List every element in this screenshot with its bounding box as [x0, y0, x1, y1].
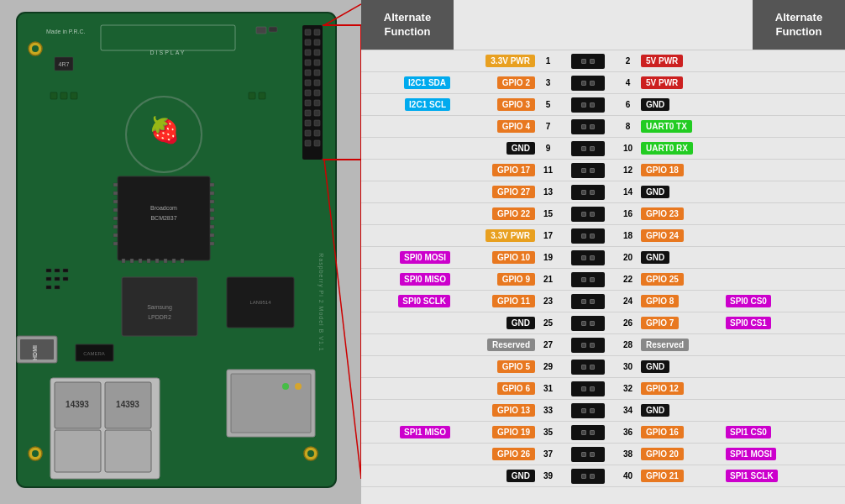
left-pin-number: 17: [538, 231, 559, 240]
svg-text:CAMERA: CAMERA: [83, 351, 105, 356]
left-pin-name-badge: GND: [506, 470, 535, 482]
svg-rect-62: [210, 192, 214, 195]
pin-connector-dot: [590, 474, 595, 479]
svg-rect-47: [113, 200, 118, 203]
left-alt-func-header: AlternateFunction: [361, 0, 454, 50]
right-pin-name-cell: UART0 RX: [638, 142, 722, 155]
pin-connector-dot: [581, 124, 586, 129]
svg-text:14393: 14393: [116, 400, 139, 409]
right-pin-name-badge: GPIO 12: [641, 382, 684, 395]
left-pin-number: 1: [538, 56, 559, 66]
right-pin-number: 4: [617, 78, 638, 87]
pin-row: GND3940GPIO 21SPI1 SCLK: [361, 465, 845, 487]
svg-rect-29: [314, 80, 320, 86]
svg-rect-45: [113, 183, 118, 186]
svg-rect-65: [210, 217, 214, 220]
svg-rect-60: [181, 259, 184, 263]
pin-connector-dot: [581, 277, 586, 282]
svg-rect-88: [55, 430, 101, 472]
right-pin-name-badge: GPIO 7: [641, 317, 679, 329]
right-pin-name-cell: 5V PWR: [638, 55, 722, 67]
pin-connector-dot: [590, 102, 595, 108]
left-pin-number: 11: [538, 165, 559, 175]
svg-text:🍓: 🍓: [149, 115, 181, 145]
pin-connector-dot: [590, 190, 595, 195]
pin-connector-dot: [581, 386, 586, 391]
left-alt-func-badge: SPI0 MOSI: [400, 251, 450, 264]
right-pin-number: 30: [617, 362, 638, 371]
connector-cell: [559, 469, 617, 484]
left-pin-name-badge: GPIO 13: [492, 404, 535, 417]
left-pin-number: 25: [538, 318, 559, 328]
svg-rect-83: [259, 92, 265, 99]
left-pin-name-badge: GPIO 11: [492, 295, 535, 307]
svg-rect-32: [314, 110, 320, 116]
pin-header-row: AlternateFunction AlternateFunction: [361, 0, 845, 50]
pin-row: 3.3V PWR1718GPIO 24: [361, 225, 845, 247]
pin-connector-dot: [581, 408, 586, 413]
right-alt-func-cell: SPI0 CS0: [722, 295, 815, 307]
connector-cell: [559, 316, 617, 331]
svg-text:14393: 14393: [66, 400, 89, 409]
left-pin-name-cell: GPIO 11: [454, 295, 538, 307]
pin-connector-dot: [581, 146, 586, 151]
right-pin-name-badge: GPIO 25: [641, 273, 684, 286]
left-pin-name-badge: GPIO 2: [497, 76, 535, 89]
left-pin-number: 31: [538, 384, 559, 393]
right-alt-func-cell: SPI1 SCLK: [722, 470, 815, 482]
right-pin-number: 28: [617, 340, 638, 349]
pin-row: 3.3V PWR125V PWR: [361, 50, 845, 72]
right-pin-number: 22: [617, 275, 638, 284]
svg-rect-16: [305, 70, 311, 76]
svg-rect-94: [231, 374, 311, 433]
connector-cell: [559, 54, 617, 69]
pin-connector-dot: [581, 365, 586, 370]
svg-rect-27: [314, 60, 320, 66]
left-alt-func-badge: I2C1 SCL: [405, 98, 450, 111]
pin-connector-dot: [590, 212, 595, 217]
right-pin-name-cell: GND: [638, 98, 722, 111]
pin-connector-dot: [581, 255, 586, 260]
svg-rect-14: [305, 50, 311, 55]
pin-connector-dot: [581, 343, 586, 348]
svg-rect-55: [139, 259, 142, 263]
connector-cell: [559, 294, 617, 309]
connector-cell: [559, 185, 617, 200]
right-pin-name-cell: GPIO 8: [638, 295, 722, 307]
svg-text:LAN9514: LAN9514: [249, 300, 271, 305]
right-pin-name-badge: GPIO 16: [641, 426, 684, 438]
svg-rect-104: [46, 286, 51, 289]
svg-rect-34: [314, 130, 320, 136]
connector-cell: [559, 228, 617, 244]
right-pin-name-badge: GND: [641, 98, 669, 111]
svg-rect-80: [60, 92, 67, 99]
right-pin-name-badge: GPIO 21: [641, 470, 684, 482]
left-pin-number: 33: [538, 406, 559, 415]
connector-cell: [559, 76, 617, 91]
left-pin-name-cell: GND: [454, 317, 538, 329]
svg-rect-101: [46, 277, 51, 281]
svg-rect-23: [305, 140, 311, 146]
right-alt-func-badge: SPI1 MOSI: [726, 448, 776, 460]
left-pin-name-cell: GPIO 6: [454, 382, 538, 395]
connector-cell: [559, 250, 617, 265]
right-pin-number: 2: [617, 56, 638, 66]
svg-rect-28: [314, 70, 320, 76]
pin-connector-dot: [581, 234, 586, 239]
right-pin-name-badge: 5V PWR: [641, 55, 683, 67]
svg-rect-13: [305, 39, 311, 45]
svg-text:4R7: 4R7: [59, 61, 70, 67]
left-pin-number: 37: [538, 449, 559, 459]
svg-text:Broadcom: Broadcom: [150, 205, 177, 211]
right-pin-name-cell: GPIO 21: [638, 470, 722, 482]
svg-rect-105: [55, 286, 60, 289]
pin-connector-dot: [581, 299, 586, 304]
left-pin-number: 21: [538, 275, 559, 284]
left-pin-name-cell: 3.3V PWR: [454, 55, 538, 67]
connector-cell: [559, 119, 617, 134]
svg-rect-100: [63, 269, 68, 272]
left-pin-name-cell: GND: [454, 142, 538, 155]
connector-cell: [559, 141, 617, 156]
right-alt-func-header: AlternateFunction: [753, 0, 845, 50]
right-pin-name-badge: GND: [641, 404, 669, 417]
